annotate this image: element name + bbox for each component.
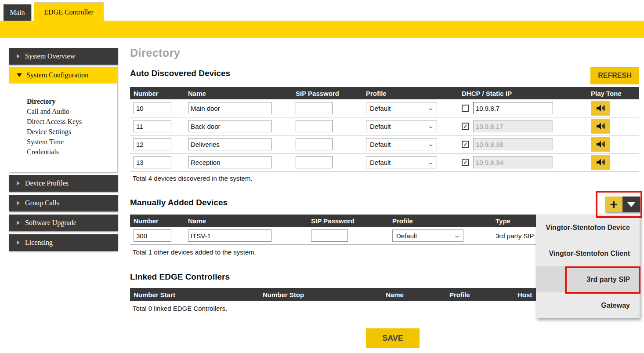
sidebar-item-system-time[interactable]: System Time (27, 137, 82, 147)
dhcp-checkbox[interactable]: ✓ (462, 141, 469, 148)
name-input[interactable] (188, 120, 271, 132)
sidebar-item-directory[interactable]: Directory (27, 96, 82, 106)
profile-select[interactable]: Default ⌄ (366, 138, 437, 150)
tab-main[interactable]: Main (4, 4, 31, 21)
chevron-down-icon: ⌄ (453, 234, 460, 237)
name-input[interactable] (188, 156, 271, 168)
sip-password-input[interactable] (296, 156, 333, 168)
col-profile: Profile (446, 291, 514, 298)
name-input[interactable] (188, 102, 271, 114)
play-tone-button[interactable] (591, 137, 610, 152)
auto-discovered-heading: Auto Discovered Devices (130, 69, 230, 78)
sidebar-item-group-calls[interactable]: Group Calls (9, 195, 118, 211)
col-sip-password: SIP Password (308, 217, 389, 225)
sidebar-item-device-settings[interactable]: Device Settings (27, 127, 82, 137)
number-input[interactable] (134, 120, 171, 132)
menu-item-3rd-party-sip[interactable]: 3rd party SIP (536, 266, 640, 292)
number-input[interactable] (134, 138, 171, 150)
col-sip-password: SIP Password (292, 90, 362, 97)
profile-select[interactable]: Default ⌄ (366, 102, 437, 114)
speaker-icon (595, 121, 606, 131)
sidebar-item-system-overview[interactable]: System Overview (9, 48, 118, 65)
col-number: Number (130, 217, 185, 225)
manually-added-summary: Total 1 other devices added to the syste… (133, 248, 256, 256)
add-device-button[interactable]: + (605, 197, 622, 212)
number-input[interactable] (134, 156, 171, 168)
sidebar-item-device-profiles[interactable]: Device Profiles (9, 175, 118, 192)
sidebar-item-label: Software Upgrade (25, 219, 76, 227)
sip-password-input[interactable] (296, 102, 333, 114)
auto-discovered-summary: Total 4 devices discovered in the system… (133, 175, 253, 182)
play-tone-button[interactable] (591, 101, 610, 116)
add-device-menu-toggle[interactable] (622, 197, 640, 212)
menu-item-gateway[interactable]: Gateway (536, 292, 640, 318)
sidebar-item-label: Device Profiles (25, 179, 69, 187)
chevron-down-icon: ⌄ (427, 160, 434, 164)
speaker-icon (595, 157, 606, 167)
auto-discovered-table: Number Name SIP Password Profile DHCP / … (130, 87, 639, 171)
auto-discovered-table-header: Number Name SIP Password Profile DHCP / … (130, 87, 639, 99)
dhcp-checkbox[interactable]: ✓ (462, 159, 469, 166)
linked-controllers-heading: Linked EDGE Controllers (130, 272, 230, 282)
sidebar-item-credentials[interactable]: Credentials (27, 147, 82, 157)
chevron-right-icon (17, 181, 20, 186)
save-button[interactable]: SAVE (366, 328, 420, 348)
menu-item-vingtor-stentofon-client[interactable]: Vingtor-Stentofon Client (536, 240, 640, 266)
profile-select-value: Default (396, 232, 417, 240)
profile-select-value: Default (370, 159, 391, 166)
table-row: Default ⌄ (130, 99, 639, 117)
static-ip-input[interactable] (473, 120, 553, 132)
col-play-tone: Play Tone (587, 90, 639, 97)
play-tone-button[interactable] (591, 155, 610, 170)
tab-edge-controller-label: EDGE Controller (44, 8, 93, 16)
sidebar-item-label: Group Calls (25, 199, 59, 207)
static-ip-input[interactable] (473, 156, 553, 168)
chevron-down-icon: ⌄ (427, 124, 434, 128)
chevron-right-icon (17, 201, 20, 205)
sidebar-item-direct-access-keys[interactable]: Direct Access Keys (27, 116, 82, 127)
name-input[interactable] (188, 229, 271, 242)
chevron-right-icon (17, 240, 20, 245)
static-ip-input[interactable] (473, 138, 553, 150)
refresh-button[interactable]: REFRESH (590, 67, 639, 84)
profile-select[interactable]: Default ⌄ (366, 156, 437, 168)
tab-main-label: Main (10, 9, 25, 17)
number-input[interactable] (134, 102, 171, 114)
profile-select[interactable]: Default ⌄ (392, 229, 463, 242)
col-dhcp-static-ip: DHCP / Static IP (458, 90, 587, 97)
sidebar-item-software-upgrade[interactable]: Software Upgrade (9, 215, 118, 231)
dhcp-checkbox[interactable]: ✓ (462, 123, 469, 130)
name-input[interactable] (188, 138, 271, 150)
sip-password-input[interactable] (311, 229, 348, 242)
sip-password-input[interactable] (296, 138, 333, 150)
table-row: Default ⌄ ✓ (130, 153, 639, 171)
profile-select-value: Default (370, 123, 391, 130)
number-input[interactable] (134, 229, 171, 242)
sidebar-submenu: Directory Call and Audio Direct Access K… (27, 96, 82, 157)
sidebar-item-system-configuration[interactable]: System Configuration (9, 67, 117, 84)
tab-edge-controller[interactable]: EDGE Controller (34, 2, 104, 22)
sip-password-input[interactable] (296, 120, 333, 132)
sidebar-group-system-configuration: System Configuration Directory Call and … (9, 66, 118, 172)
play-tone-button[interactable] (591, 119, 610, 134)
dhcp-checkbox[interactable] (462, 105, 469, 112)
static-ip-input[interactable] (473, 102, 553, 114)
page-title: Directory (130, 47, 180, 59)
add-device-menu: Vingtor-Stentofon Device Vingtor-Stentof… (536, 215, 640, 318)
speaker-icon (595, 103, 606, 113)
table-row: Default ⌄ ✓ (130, 135, 639, 153)
profile-select-value: Default (370, 141, 391, 148)
menu-item-vingtor-stentofon-device[interactable]: Vingtor-Stentofon Device (536, 215, 640, 240)
triangle-down-icon (17, 73, 22, 77)
manually-added-heading: Manually Added Devices (130, 198, 228, 207)
col-number-start: Number Start (130, 291, 259, 298)
col-name: Name (185, 90, 292, 97)
chevron-right-icon (17, 54, 20, 58)
sidebar-item-label: System Overview (25, 52, 75, 60)
profile-select[interactable]: Default ⌄ (366, 120, 437, 132)
chevron-down-icon: ⌄ (427, 106, 434, 110)
sidebar-item-call-and-audio[interactable]: Call and Audio (27, 106, 82, 116)
col-profile: Profile (362, 90, 458, 97)
col-number-stop: Number Stop (259, 291, 382, 298)
sidebar-item-licensing[interactable]: Licensing (9, 234, 118, 251)
